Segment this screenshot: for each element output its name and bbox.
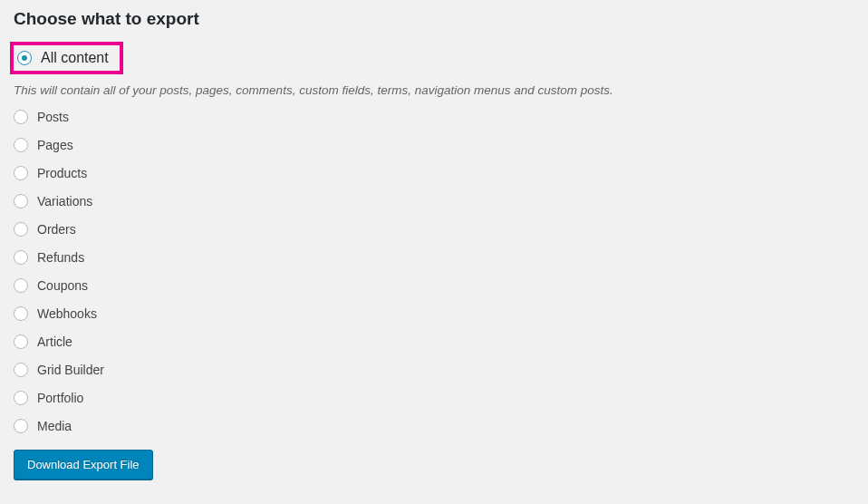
option-row-products[interactable]: Products: [14, 166, 854, 180]
radio-grid-builder[interactable]: [14, 363, 28, 377]
radio-coupons[interactable]: [14, 278, 28, 293]
radio-orders[interactable]: [14, 222, 28, 237]
option-row-variations[interactable]: Variations: [14, 194, 854, 208]
radio-webhooks[interactable]: [14, 306, 28, 321]
radio-label-posts[interactable]: Posts: [37, 110, 69, 124]
radio-media[interactable]: [14, 419, 28, 433]
radio-label-grid-builder[interactable]: Grid Builder: [37, 363, 104, 377]
radio-refunds[interactable]: [14, 250, 28, 265]
option-row-media[interactable]: Media: [14, 419, 854, 433]
radio-label-all-content[interactable]: All content: [41, 50, 109, 66]
radio-label-article[interactable]: Article: [37, 334, 72, 349]
option-row-orders[interactable]: Orders: [14, 222, 854, 237]
option-row-article[interactable]: Article: [14, 334, 854, 349]
radio-label-portfolio[interactable]: Portfolio: [37, 391, 83, 405]
radio-label-variations[interactable]: Variations: [37, 194, 92, 208]
radio-products[interactable]: [14, 166, 28, 180]
download-export-file-button[interactable]: Download Export File: [14, 450, 153, 480]
radio-portfolio[interactable]: [14, 391, 28, 405]
option-row-coupons[interactable]: Coupons: [14, 278, 854, 293]
highlight-box-all-content: All content: [10, 42, 123, 74]
option-row-pages[interactable]: Pages: [14, 138, 854, 152]
radio-label-webhooks[interactable]: Webhooks: [37, 306, 97, 321]
radio-pages[interactable]: [14, 138, 28, 152]
option-row-refunds[interactable]: Refunds: [14, 250, 854, 265]
radio-label-pages[interactable]: Pages: [37, 138, 73, 152]
option-row-portfolio[interactable]: Portfolio: [14, 391, 854, 405]
option-row-posts[interactable]: Posts: [14, 110, 854, 124]
export-options-list: Posts Pages Products Variations Orders R…: [14, 110, 854, 450]
radio-article[interactable]: [14, 334, 28, 349]
radio-all-content[interactable]: [17, 51, 32, 65]
radio-label-media[interactable]: Media: [37, 419, 72, 433]
radio-label-coupons[interactable]: Coupons: [37, 278, 88, 293]
description-text: This will contain all of your posts, pag…: [14, 83, 854, 97]
radio-label-orders[interactable]: Orders: [37, 222, 76, 237]
radio-label-refunds[interactable]: Refunds: [37, 250, 84, 265]
radio-label-products[interactable]: Products: [37, 166, 87, 180]
option-row-webhooks[interactable]: Webhooks: [14, 306, 854, 321]
radio-variations[interactable]: [14, 194, 28, 208]
section-heading: Choose what to export: [14, 9, 854, 29]
radio-posts[interactable]: [14, 110, 28, 124]
option-row-grid-builder[interactable]: Grid Builder: [14, 363, 854, 377]
